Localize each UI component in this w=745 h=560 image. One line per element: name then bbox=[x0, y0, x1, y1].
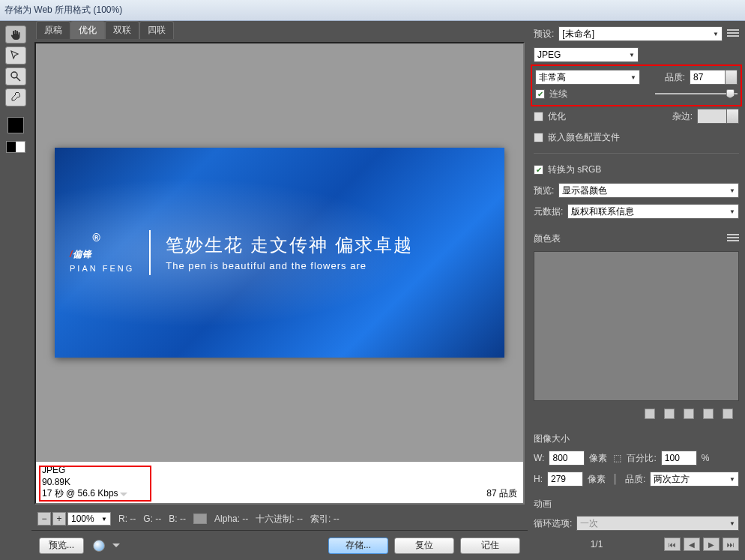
zoom-tool[interactable] bbox=[5, 67, 26, 85]
window-title: 存储为 Web 所用格式 (100%) bbox=[4, 4, 122, 16]
first-frame-button: ⏮ bbox=[664, 538, 681, 551]
ct-cube-icon[interactable] bbox=[664, 409, 675, 419]
quality-input[interactable]: 87 bbox=[690, 70, 726, 85]
metadata-select[interactable]: 版权和联系信息▼ bbox=[567, 204, 739, 219]
embed-profile-label: 嵌入颜色配置文件 bbox=[548, 131, 620, 144]
preview-profile-label: 预览: bbox=[534, 184, 554, 197]
percent-input[interactable]: 100 bbox=[661, 451, 697, 466]
foreground-color-swatch[interactable] bbox=[7, 117, 24, 133]
info-flyout-icon[interactable] bbox=[118, 491, 129, 499]
color-table bbox=[534, 251, 739, 401]
info-format: JPEG bbox=[42, 465, 129, 477]
colortable-label: 颜色表 bbox=[534, 232, 561, 245]
svg-line-1 bbox=[16, 77, 20, 81]
quality-dropdown-icon[interactable]: ▼ bbox=[726, 70, 738, 85]
last-frame-button: ⏭ bbox=[723, 538, 739, 551]
tab-4up[interactable]: 四联 bbox=[139, 21, 174, 39]
srgb-checkbox[interactable]: ✔ bbox=[534, 165, 543, 175]
link-icon[interactable]: ⬚ bbox=[612, 451, 622, 465]
logo-registered-icon: ® bbox=[92, 232, 100, 244]
height-label: H: bbox=[534, 474, 543, 484]
dialog-footer: 预览... 存储... 复位 记住 bbox=[31, 530, 528, 560]
matte-dropdown-icon: ▼ bbox=[727, 109, 739, 124]
link-bracket-icon: │ bbox=[610, 472, 621, 486]
tab-optimized[interactable]: 优化 bbox=[70, 21, 105, 39]
save-button[interactable]: 存储... bbox=[328, 538, 388, 554]
remember-button[interactable]: 记住 bbox=[460, 538, 520, 554]
preview-button[interactable]: 预览... bbox=[39, 538, 84, 554]
colortable-menu-icon[interactable] bbox=[727, 234, 739, 243]
width-input[interactable]: 800 bbox=[549, 451, 585, 466]
settings-panel: 预设: [未命名]▼ JPEG▼ 非常高▼ 品质: 87 ▼ ✔ 连续 bbox=[528, 21, 745, 560]
logo-divider bbox=[149, 230, 151, 275]
loop-select: 一次▼ bbox=[576, 516, 739, 531]
eyedropper-tool[interactable] bbox=[5, 88, 26, 106]
quality-highlight-box: 非常高▼ 品质: 87 ▼ ✔ 连续 bbox=[531, 64, 742, 106]
animation-label: 动画 bbox=[534, 498, 739, 511]
optimize-label: 优化 bbox=[548, 110, 566, 123]
preview-canvas[interactable]: /偏锋® PIAN FENG 笔妙生花 走文传神 偏求卓越 The pen is… bbox=[36, 43, 523, 461]
zoom-in-button[interactable]: + bbox=[52, 512, 66, 526]
quality-label: 品质: bbox=[665, 71, 685, 84]
imagesize-label: 图像大小 bbox=[534, 433, 739, 445]
ct-snap-icon[interactable] bbox=[645, 409, 655, 419]
metadata-label: 元数据: bbox=[534, 205, 563, 218]
width-label: W: bbox=[534, 453, 544, 463]
preset-menu-icon[interactable] bbox=[727, 29, 739, 38]
color-swap-icon[interactable] bbox=[6, 141, 25, 153]
view-tabs: 原稿 优化 双联 四联 bbox=[31, 21, 528, 39]
logo-cn: 偏锋 bbox=[73, 249, 92, 259]
tab-2up[interactable]: 双联 bbox=[105, 21, 139, 39]
status-g: G: -- bbox=[143, 514, 161, 524]
status-color-swatch bbox=[193, 514, 207, 524]
info-download-time: 17 秒 @ 56.6 Kbps bbox=[42, 488, 118, 499]
ct-lock-icon[interactable] bbox=[684, 409, 694, 419]
optimize-checkbox bbox=[534, 112, 543, 121]
ct-new-icon[interactable] bbox=[703, 409, 714, 419]
logo-pinyin: PIAN FENG bbox=[70, 264, 134, 273]
svg-point-0 bbox=[11, 72, 17, 78]
preset-select[interactable]: [未命名]▼ bbox=[558, 26, 723, 41]
slice-select-tool[interactable] bbox=[5, 46, 26, 64]
left-toolbar bbox=[0, 21, 31, 560]
resample-select[interactable]: 两次立方▼ bbox=[650, 472, 739, 487]
status-b: B: -- bbox=[169, 514, 186, 524]
embed-profile-checkbox bbox=[534, 133, 543, 142]
reset-button[interactable]: 复位 bbox=[394, 538, 454, 554]
slogan-cn: 笔妙生花 走文传神 偏求卓越 bbox=[166, 233, 412, 257]
tab-original[interactable]: 原稿 bbox=[36, 21, 70, 39]
format-select[interactable]: JPEG▼ bbox=[534, 47, 639, 62]
browser-flyout-icon[interactable] bbox=[111, 542, 121, 550]
resample-label: 品质: bbox=[625, 473, 645, 486]
colortable-toolbar bbox=[534, 406, 739, 422]
percent-label: 百分比: bbox=[627, 452, 656, 465]
prev-frame-button: ◀ bbox=[684, 538, 700, 551]
height-input[interactable]: 279 bbox=[547, 472, 583, 487]
progressive-checkbox[interactable]: ✔ bbox=[535, 89, 545, 99]
preview-area: /偏锋® PIAN FENG 笔妙生花 走文传神 偏求卓越 The pen is… bbox=[34, 42, 525, 505]
status-hex: 十六进制: -- bbox=[256, 513, 303, 526]
frame-counter: 1/1 bbox=[534, 539, 660, 550]
preset-label: 预设: bbox=[534, 28, 554, 40]
preview-profile-select[interactable]: 显示器颜色▼ bbox=[558, 183, 739, 198]
loop-label: 循环选项: bbox=[534, 517, 572, 530]
quality-preset-select[interactable]: 非常高▼ bbox=[535, 70, 640, 85]
matte-label: 杂边: bbox=[672, 110, 693, 123]
next-frame-button: ▶ bbox=[703, 538, 720, 551]
status-alpha: Alpha: -- bbox=[214, 514, 248, 524]
quality-slider[interactable] bbox=[655, 86, 738, 101]
hand-tool[interactable] bbox=[5, 25, 26, 43]
percent-unit: % bbox=[702, 453, 710, 463]
preview-info-bar: JPEG 90.89K 17 秒 @ 56.6 Kbps 87 品质 bbox=[36, 461, 523, 503]
info-quality: 87 品质 bbox=[486, 487, 517, 500]
srgb-label: 转换为 sRGB bbox=[548, 163, 601, 176]
progressive-label: 连续 bbox=[549, 88, 567, 100]
ct-trash-icon[interactable] bbox=[723, 409, 733, 419]
width-unit: 像素 bbox=[589, 452, 607, 465]
height-unit: 像素 bbox=[588, 473, 606, 486]
zoom-out-button[interactable]: − bbox=[37, 512, 51, 526]
status-index: 索引: -- bbox=[310, 513, 340, 526]
browser-preview-icon[interactable] bbox=[93, 540, 105, 552]
zoom-select[interactable]: 100%▼ bbox=[67, 512, 111, 526]
status-r: R: -- bbox=[118, 514, 136, 524]
